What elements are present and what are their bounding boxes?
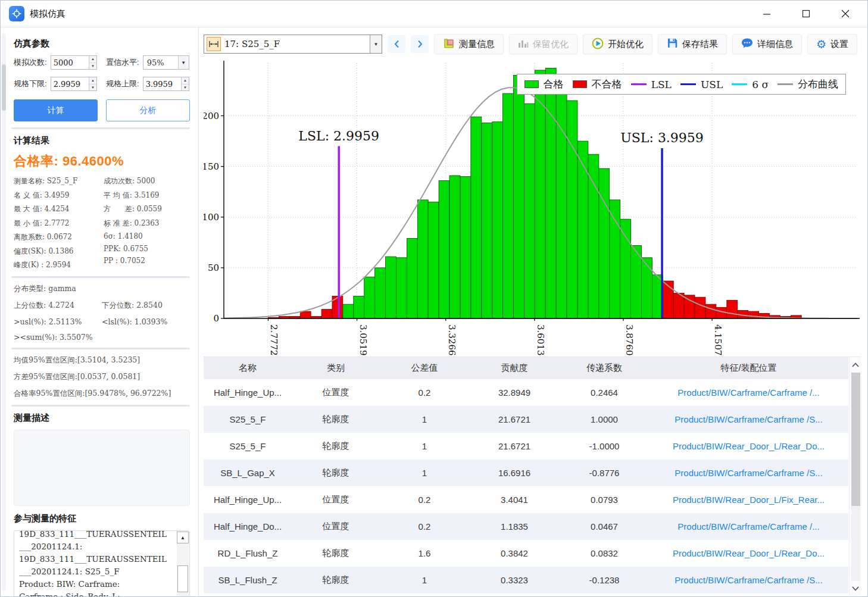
divider bbox=[11, 405, 190, 407]
table-row[interactable]: RD_L_Flush_Z轮廓度1.60.38420.0832Product/BI… bbox=[204, 540, 848, 567]
details-button[interactable]: 详细信息 bbox=[732, 34, 802, 54]
table-body: Half_Hinge_Up...位置度0.232.89490.2464Produ… bbox=[204, 379, 848, 593]
col-header-category: 类别 bbox=[292, 357, 380, 379]
dist-upper: 上分位数: 4.2724 bbox=[14, 301, 102, 311]
cell-coefficient: 0.0467 bbox=[560, 513, 649, 540]
scroll-up-icon[interactable] bbox=[852, 357, 859, 373]
cell-coefficient: -0.1238 bbox=[560, 567, 649, 593]
contribution-table: 名称 类别 公差值 贡献度 传递系数 特征/装配位置 Half_Hinge_Up… bbox=[204, 357, 861, 596]
dist-lt-lsl: <lsl(%): 1.0393% bbox=[102, 317, 190, 326]
cell-tolerance: 1 bbox=[380, 460, 469, 486]
cell-category: 位置度 bbox=[292, 486, 380, 513]
table-row[interactable]: S25_5_F轮廓度121.6721-1.0000Product/BIW/Rea… bbox=[204, 433, 848, 460]
cell-category: 轮廓度 bbox=[292, 406, 380, 433]
spec-lower-input[interactable] bbox=[51, 77, 89, 90]
close-icon[interactable] bbox=[840, 8, 851, 19]
minimize-icon[interactable] bbox=[761, 8, 772, 19]
spin-up-icon[interactable]: ▲ bbox=[89, 56, 96, 63]
legend-swatch bbox=[631, 83, 647, 85]
cell-tolerance: 0.2 bbox=[380, 513, 469, 540]
chart-legend: 合格不合格LSLUSL6 σ分布曲线 bbox=[517, 74, 846, 95]
chevron-down-icon[interactable]: ▼ bbox=[370, 35, 382, 53]
spin-down-icon[interactable]: ▼ bbox=[89, 63, 96, 70]
cell-category: 轮廓度 bbox=[292, 460, 380, 486]
prev-button[interactable] bbox=[388, 35, 405, 53]
spin-up-icon[interactable]: ▲ bbox=[89, 77, 96, 85]
legend-label: LSL bbox=[651, 79, 672, 90]
confidence-select[interactable]: 95%▼ bbox=[143, 55, 189, 70]
table-scrollbar[interactable] bbox=[849, 357, 861, 596]
cell-category: 位置度 bbox=[292, 513, 380, 540]
col-header-feature: 特征/装配位置 bbox=[649, 357, 848, 379]
cell-name: Half_Hinge_Up... bbox=[204, 486, 292, 513]
stat-line: 平 均 值: 3.5169 bbox=[104, 190, 190, 201]
cell-name: SB_L_Gap_X bbox=[204, 460, 292, 486]
divider bbox=[11, 276, 190, 278]
spin-down-icon[interactable]: ▼ bbox=[182, 85, 188, 91]
cell-feature-link[interactable]: Product/BIW/Carframe/Carframe /S... bbox=[649, 406, 848, 433]
spec-lower-label: 规格下限: bbox=[14, 79, 47, 89]
settings-button[interactable]: ⚙ 设置 bbox=[807, 34, 857, 54]
scroll-thumb[interactable] bbox=[177, 565, 188, 592]
legend-label: 不合格 bbox=[592, 77, 622, 91]
spec-upper-stepper[interactable]: ▲▼ bbox=[143, 77, 189, 91]
spec-upper-input[interactable] bbox=[143, 77, 182, 90]
start-optimize-button[interactable]: 开始优化 bbox=[583, 34, 652, 54]
cell-feature-link[interactable]: Product/BIW/Carframe/Carframe /S... bbox=[649, 460, 848, 486]
col-header-name: 名称 bbox=[204, 357, 292, 379]
cell-coefficient: 1.0000 bbox=[560, 406, 649, 433]
stat-line: PP : 0.7052 bbox=[104, 257, 190, 265]
cell-feature-link[interactable]: Product/BIW/Rear_Door_L/Rear_Do... bbox=[649, 540, 848, 567]
spin-up-icon[interactable]: ▲ bbox=[182, 77, 188, 85]
maximize-icon[interactable] bbox=[801, 8, 811, 19]
table-row[interactable]: Half_Hinge_Do...位置度0.21.18350.0467Produc… bbox=[204, 513, 848, 540]
svg-text:50: 50 bbox=[208, 262, 219, 273]
features-scrollbar[interactable]: ▲ ▼ bbox=[177, 532, 189, 596]
cell-feature-link[interactable]: Product/BIW/Carframe/Carframe /... bbox=[649, 513, 848, 540]
svg-text:3.3266: 3.3266 bbox=[447, 324, 457, 356]
stat-line: PPK: 0.6755 bbox=[104, 245, 190, 253]
features-heading: 参与测量的特征 bbox=[14, 513, 190, 524]
features-box[interactable]: 19D_833_111___TUERAUSSENTEIL ___20201124… bbox=[14, 530, 190, 596]
table-row[interactable]: Half_Hinge_Up...位置度0.232.89490.2464Produ… bbox=[204, 379, 848, 406]
spec-lower-stepper[interactable]: ▲▼ bbox=[51, 77, 97, 91]
calculate-button[interactable]: 计算 bbox=[14, 99, 98, 121]
keep-optimize-button[interactable]: 保留优化 bbox=[509, 34, 577, 54]
selector-value: 17: S25_5_F bbox=[224, 39, 370, 49]
analyze-button[interactable]: 分析 bbox=[106, 99, 190, 121]
legend-label: 分布曲线 bbox=[798, 77, 838, 91]
ci-mean: 均值95%置信区间:[3.5104, 3.5235] bbox=[14, 355, 190, 365]
legend-swatch bbox=[680, 83, 696, 85]
table-row[interactable]: SB_L_Gap_X轮廓度116.6916-0.8776Product/BIW/… bbox=[204, 460, 848, 486]
scroll-up-icon[interactable]: ▲ bbox=[177, 532, 189, 543]
measurement-description-box[interactable] bbox=[14, 430, 190, 506]
sim-count-input[interactable] bbox=[51, 56, 89, 69]
dist-type: 分布类型: gamma bbox=[14, 284, 190, 294]
title-bar: 模拟仿真 bbox=[1, 1, 867, 27]
sidebar-scrollbar[interactable] bbox=[2, 33, 6, 590]
save-results-button[interactable]: 保存结果 bbox=[658, 34, 727, 54]
next-button[interactable] bbox=[411, 35, 429, 53]
measurement-selector[interactable]: 17: S25_5_F ▼ bbox=[204, 35, 382, 54]
stat-line: 最 大 值: 4.4254 bbox=[14, 204, 100, 214]
svg-text:150: 150 bbox=[204, 161, 219, 172]
scroll-thumb[interactable] bbox=[851, 373, 860, 506]
cell-tolerance: 1 bbox=[380, 433, 469, 460]
table-row[interactable]: S25_5_F轮廓度121.67211.0000Product/BIW/Carf… bbox=[204, 406, 848, 433]
cell-category: 轮廓度 bbox=[292, 567, 380, 593]
chevron-down-icon[interactable]: ▼ bbox=[178, 56, 189, 69]
measure-info-button[interactable]: 测量信息 bbox=[434, 34, 504, 54]
app-window: 模拟仿真 仿真参数 模拟次数: ▲▼ 置信水平: 95%▼ 规格下限: ▲▼ 规… bbox=[0, 0, 868, 597]
spin-down-icon[interactable]: ▼ bbox=[89, 85, 96, 91]
main-area: 17: S25_5_F ▼ 测量信息 保留优化 开始优化 bbox=[199, 27, 867, 596]
cell-feature-link[interactable]: Product/BIW/Rear_Door_L/Fix_Rear... bbox=[649, 486, 848, 513]
sim-count-stepper[interactable]: ▲▼ bbox=[51, 55, 97, 70]
cell-feature-link[interactable]: Product/BIW/Carframe/Carframe /S... bbox=[649, 567, 848, 593]
cell-feature-link[interactable]: Product/BIW/Rear_Door_L/Rear_Do... bbox=[649, 433, 848, 460]
scroll-down-icon[interactable] bbox=[852, 581, 859, 596]
cell-feature-link[interactable]: Product/BIW/Carframe/Carframe /... bbox=[649, 379, 848, 406]
table-row[interactable]: SB_L_Flush_Z轮廓度10.3323-0.1238Product/BIW… bbox=[204, 567, 848, 593]
table-row[interactable]: Half_Hinge_Up...位置度0.23.40410.0793Produc… bbox=[204, 486, 848, 513]
app-icon bbox=[9, 6, 24, 21]
stat-line: 方 差: 0.0559 bbox=[104, 204, 190, 214]
